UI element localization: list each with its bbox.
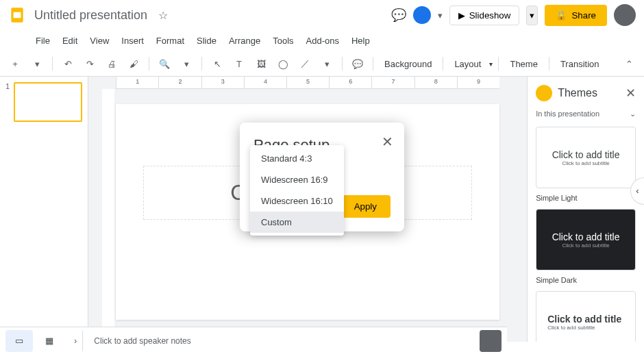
option-widescreen-16-10[interactable]: Widescreen 16:10 [250, 190, 344, 212]
option-standard[interactable]: Standard 4:3 [250, 148, 344, 169]
close-modal-button[interactable]: ✕ [382, 134, 393, 150]
aspect-ratio-dropdown: Standard 4:3 Widescreen 16:9 Widescreen … [250, 145, 344, 236]
option-custom[interactable]: Custom [250, 212, 344, 233]
option-widescreen-16-9[interactable]: Widescreen 16:9 [250, 169, 344, 190]
apply-button[interactable]: Apply [340, 195, 391, 218]
